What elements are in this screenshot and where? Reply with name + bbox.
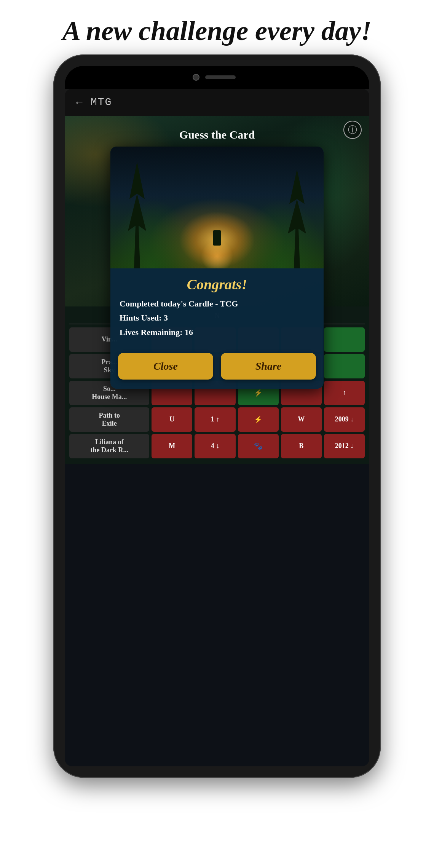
phone-camera [193, 74, 199, 81]
phone-frame: ← MTG ⓘ Guess the Card _ _ n _ _ _ a _ e [53, 54, 381, 778]
congrats-line3: Lives Remaining: 16 [120, 325, 314, 339]
congrats-title: Congrats! [110, 268, 324, 297]
page-header: A new challenge every day! [40, 0, 394, 54]
close-button[interactable]: Close [118, 353, 213, 380]
share-button[interactable]: Share [221, 353, 316, 380]
phone-notch-bar [65, 66, 369, 89]
guess-type-4: ⚡ [238, 407, 279, 432]
guess-year-1 [324, 327, 365, 352]
phone-speaker [205, 75, 236, 79]
guess-year-5: 2012 ↓ [324, 434, 365, 458]
congrats-body: Completed today's Cardle - TCG Hints Use… [110, 297, 324, 347]
guess-color-5: M [152, 434, 192, 458]
congrats-buttons: Close Share [110, 347, 324, 389]
guess-year-2 [324, 354, 365, 378]
back-button[interactable]: ← [74, 96, 85, 108]
guess-colorid-5: B [281, 434, 322, 458]
guess-name-5: Liliana ofthe Dark R... [69, 434, 149, 458]
congrats-image-area [110, 147, 324, 268]
congrats-line2: Hints Used: 3 [120, 311, 314, 325]
guess-cmc-4: 1 ↑ [195, 407, 235, 432]
game-area: ⓘ Guess the Card _ _ n _ _ _ a _ e [65, 116, 369, 306]
guess-row-5: Liliana ofthe Dark R... M 4 ↓ 🐾 B 2012 ↓ [69, 434, 365, 458]
app-title: MTG [91, 96, 112, 108]
guess-year-4: 2009 ↓ [324, 407, 365, 432]
guess-year-3: ↑ [324, 381, 365, 405]
guess-name-4: Path toExile [69, 407, 149, 432]
phone-screen: ← MTG ⓘ Guess the Card _ _ n _ _ _ a _ e [65, 89, 369, 766]
guess-colorid-4: W [281, 407, 322, 432]
app-header: ← MTG [65, 89, 369, 116]
congrats-card: Congrats! Completed today's Cardle - TCG… [110, 147, 324, 389]
guess-color-4: U [152, 407, 192, 432]
congrats-overlay: Congrats! Completed today's Cardle - TCG… [65, 116, 369, 306]
figure-silhouette [213, 230, 221, 246]
guess-type-5: 🐾 [238, 434, 279, 458]
guess-cmc-5: 4 ↓ [195, 434, 235, 458]
guess-row-4: Path toExile U 1 ↑ ⚡ W 2009 ↓ [69, 407, 365, 432]
congrats-line1: Completed today's Cardle - TCG [120, 297, 314, 311]
